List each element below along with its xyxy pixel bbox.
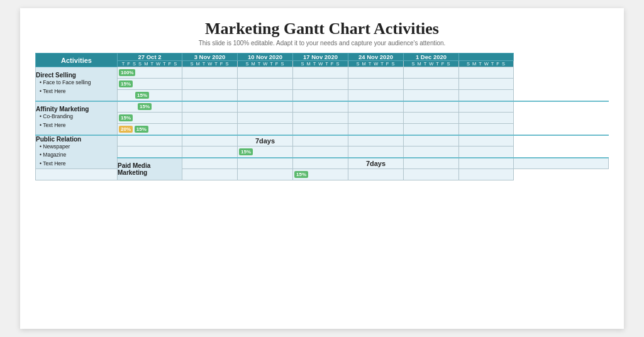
pm-bar-row2-col3: [238, 169, 293, 180]
am-bar-row1-col1: 15%: [118, 101, 182, 113]
ds-bar-row3-col6: [404, 90, 459, 101]
direct-selling-header-row: Direct Selling • Face to Face selling• T…: [36, 67, 609, 79]
am-bar-row2-col4: [293, 113, 348, 124]
ds-bar-row1-col7: [459, 67, 514, 79]
pr-bar-row1-col5: [348, 135, 404, 146]
am-bar-row2-col6: [404, 113, 459, 124]
ds-bar-15b: 15%: [135, 92, 149, 99]
pm-bar-15: 15%: [294, 171, 308, 178]
am-bar-row3-col2: [182, 124, 238, 135]
am-bar-row3-col6: [404, 124, 459, 135]
week-2-label: 3 Nov 2020: [182, 53, 238, 61]
page-title: Marketing Gantt Chart Activities: [35, 19, 609, 38]
pr-7days: 7days: [238, 136, 292, 146]
ds-bar-row3-col3: [238, 90, 293, 101]
am-bar-row1-col6: [404, 101, 459, 113]
pm-bar-row1-col2: [238, 158, 293, 169]
pm-bar-row1-col7: [514, 158, 609, 169]
ds-bar-row1-col1: 100%: [118, 67, 182, 79]
am-bar-row3-col7: [459, 124, 514, 135]
pr-bar-row2-col3: 15%: [238, 146, 293, 158]
am-bar-row2-col5: [348, 113, 404, 124]
am-bar-row3-col3: [238, 124, 293, 135]
week-7-label: [459, 53, 514, 61]
am-bar-row3-col4: [293, 124, 348, 135]
am-bar-15c: 15%: [135, 126, 148, 133]
pr-bar-row2-col6: [404, 146, 459, 158]
affinity-row3: 20% 15%: [36, 124, 609, 135]
am-bar-row1-col2: [182, 101, 238, 113]
am-bar-row1-col5: [348, 101, 404, 113]
am-bar-15b: 15%: [119, 114, 133, 121]
week-4-label: 17 Nov 2020: [293, 53, 348, 61]
days-3: S M T W T F S: [238, 61, 293, 67]
pm-bar-row2-col2: [182, 169, 238, 180]
direct-selling-label: Direct Selling • Face to Face selling• T…: [36, 67, 118, 101]
ds-bar-row3-col7: [459, 90, 514, 101]
pm-bar-row1-col5: [404, 158, 459, 169]
ds-bar-row2-col4: [293, 79, 348, 90]
pr-bar-row2-col5: [348, 146, 404, 158]
ds-bar-row1-col6: [404, 67, 459, 79]
header-days-row: T F S S M T W T F S S M T W T F S S M T …: [36, 61, 609, 67]
am-bar-row2-col1: 15%: [118, 113, 182, 124]
pm-bar-row2-col6: [404, 169, 459, 180]
ds-bar-row2-col1: 15%: [118, 79, 182, 90]
ds-bar-row2-col5: [348, 79, 404, 90]
ds-bar-row3-col2: [182, 90, 238, 101]
am-bar-row3-col1: 20% 15%: [118, 124, 182, 135]
pm-bar-row2-col4: 15%: [293, 169, 348, 180]
week-3-label: 10 Nov 2020: [238, 53, 293, 61]
pm-bar-row1-col3: [293, 158, 348, 169]
ds-bar-row2-col7: [459, 79, 514, 90]
pr-bar-row2-col1: [118, 146, 182, 158]
am-bar-15a: 15%: [138, 103, 152, 110]
days-2: S M T W T F S: [182, 61, 238, 67]
affinity-row2: 15%: [36, 113, 609, 124]
ds-bar-row2-col2: [182, 79, 238, 90]
pr-bar-row2-col2: [182, 146, 238, 158]
direct-selling-row2: 15%: [36, 79, 609, 90]
ds-bar-row1-col4: [293, 67, 348, 79]
ds-bar-row3-col4: [293, 90, 348, 101]
ds-bar-row2-col3: [238, 79, 293, 90]
pr-bar-row1-col2: [182, 135, 238, 146]
am-bar-row2-col3: [238, 113, 293, 124]
ds-bar-row2-col6: [404, 79, 459, 90]
pr-bar-row1-col6: [404, 135, 459, 146]
pr-bar-15: 15%: [239, 148, 253, 155]
ds-bar-100: 100%: [119, 69, 135, 76]
am-bar-yellow-20: 20%: [119, 126, 133, 133]
pr-bar-row2-col4: [293, 146, 348, 158]
pm-bar-row2-col7: [459, 169, 514, 180]
days-6: S M T W T F S: [404, 61, 459, 67]
ds-bar-row1-col2: [182, 67, 238, 79]
am-bar-row1-col7: [459, 101, 514, 113]
pr-bar-row1-col4: [293, 135, 348, 146]
am-bar-row1-col4: [293, 101, 348, 113]
pm-bar-row2-col1: [36, 169, 118, 180]
pm-bar-row2-col5: [348, 169, 404, 180]
header-week-row: Activities 27 Oct 2 3 Nov 2020 10 Nov 20…: [36, 53, 609, 61]
direct-selling-row3: 15%: [36, 90, 609, 101]
week-1-label: 27 Oct 2: [118, 53, 182, 61]
am-bar-row2-col2: [182, 113, 238, 124]
am-bar-row2-col7: [459, 113, 514, 124]
public-relation-row2: 15%: [36, 146, 609, 158]
paid-media-header-row: Paid MediaMarketing 7days: [36, 158, 609, 169]
days-1: T F S S M T W T F S: [118, 61, 182, 67]
public-relation-header-row: Public Relation • Newspaper• Magazine• T…: [36, 135, 609, 146]
ds-bar-15a: 15%: [119, 80, 133, 87]
subtitle: This slide is 100% editable. Adapt it to…: [35, 40, 609, 47]
affinity-header-row: Affinity Marketing • Co-Branding• Text H…: [36, 101, 609, 113]
days-5: S M T W T F S: [348, 61, 404, 67]
days-4: S M T W T F S: [293, 61, 348, 67]
slide: Marketing Gantt Chart Activities This sl…: [20, 8, 624, 329]
pm-bar-row1-col4: 7days: [348, 158, 404, 169]
pm-7days: 7days: [348, 158, 403, 168]
pm-bar-row1-col1: [182, 158, 238, 169]
ds-bar-row3-col5: [348, 90, 404, 101]
pr-bar-row2-col7: [459, 146, 514, 158]
activities-header: Activities: [36, 53, 118, 67]
pr-bar-row1-col7: [459, 135, 514, 146]
